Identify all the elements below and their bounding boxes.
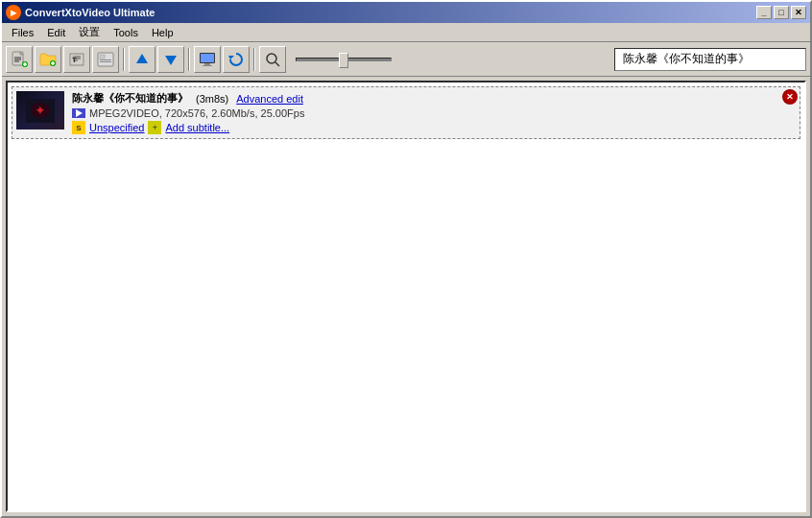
file-duration: (3m8s): [196, 93, 228, 105]
volume-slider[interactable]: [296, 58, 392, 61]
svg-marker-28: [228, 56, 234, 59]
main-area: ✦ 陈永馨《你不知道的事》 (3m8s) Advanced edit: [2, 77, 810, 516]
file-name: 陈永馨《你不知道的事》: [72, 91, 188, 106]
dvd-icon: [97, 51, 114, 68]
file-video-info: MPEG2VIDEO, 720x576, 2.60Mb/s, 25.00Fps: [72, 107, 796, 119]
menu-bar: Files Edit 设置 Tools Help: [2, 23, 810, 42]
toolbar-sep-1: [123, 48, 125, 71]
menu-help[interactable]: Help: [146, 25, 179, 40]
svg-rect-26: [204, 63, 210, 65]
file-list-panel[interactable]: ✦ 陈永馨《你不知道的事》 (3m8s) Advanced edit: [6, 81, 806, 512]
file-item: ✦ 陈永馨《你不知道的事》 (3m8s) Advanced edit: [12, 86, 800, 139]
refresh-icon: [227, 51, 245, 68]
close-button[interactable]: ✕: [791, 6, 806, 19]
slider-thumb: [339, 53, 348, 68]
toolbar-sep-3: [253, 48, 255, 71]
svg-point-29: [267, 54, 276, 63]
minimize-button[interactable]: _: [756, 6, 772, 19]
toolbar-sep-2: [188, 48, 190, 71]
file-title-row: 陈永馨《你不知道的事》 (3m8s) Advanced edit: [72, 91, 796, 106]
svg-marker-23: [165, 56, 177, 65]
add-file-icon: [11, 51, 28, 68]
video-codec-icon: [72, 108, 85, 118]
toolbar: T: [2, 42, 810, 77]
subtitle-status-icon: S: [72, 121, 85, 134]
main-window: ▶ ConvertXtoVideo Ultimate _ □ ✕ Files E…: [0, 0, 812, 518]
add-subtitle-icon: +: [148, 121, 161, 134]
menu-files[interactable]: Files: [6, 25, 39, 40]
text-icon: T: [68, 51, 85, 68]
title-bar-buttons: _ □ ✕: [756, 6, 806, 19]
close-x-icon: ✕: [786, 92, 794, 102]
play-triangle-icon: [76, 109, 83, 117]
svg-marker-22: [136, 54, 148, 63]
menu-edit[interactable]: Edit: [41, 25, 71, 40]
menu-tools[interactable]: Tools: [107, 25, 144, 40]
add-file-button[interactable]: [6, 46, 33, 73]
svg-line-30: [275, 62, 279, 66]
refresh-button[interactable]: [223, 46, 250, 73]
down-arrow-icon: [162, 51, 179, 68]
svg-rect-19: [100, 55, 105, 59]
title-display-text: 陈永馨《你不知道的事》: [623, 51, 750, 67]
add-folder-button[interactable]: [35, 46, 61, 73]
title-display: 陈永馨《你不知道的事》: [614, 48, 806, 71]
svg-rect-27: [203, 65, 212, 66]
app-icon: ▶: [6, 5, 21, 20]
toolbar-slider-area: [288, 58, 612, 61]
svg-rect-20: [100, 59, 111, 60]
restore-button[interactable]: □: [774, 6, 789, 19]
file-info: 陈永馨《你不知道的事》 (3m8s) Advanced edit MPEG2VI…: [72, 91, 796, 134]
file-subtitle-row: S Unspecified + Add subtitle...: [72, 121, 796, 134]
move-down-button[interactable]: [157, 46, 184, 73]
zoom-icon: [264, 51, 281, 68]
screen-edit-button[interactable]: [194, 46, 221, 73]
svg-rect-21: [100, 61, 111, 62]
add-subtitle-link[interactable]: Add subtitle...: [165, 122, 229, 133]
add-text-button[interactable]: T: [63, 46, 90, 73]
title-bar-left: ▶ ConvertXtoVideo Ultimate: [6, 5, 155, 20]
thumbnail-art: ✦: [26, 99, 55, 123]
zoom-button[interactable]: [259, 46, 286, 73]
svg-rect-25: [201, 54, 214, 62]
dvd-button[interactable]: [92, 46, 119, 73]
move-up-button[interactable]: [129, 46, 155, 73]
remove-file-button[interactable]: ✕: [782, 89, 798, 105]
title-bar: ▶ ConvertXtoVideo Ultimate _ □ ✕: [2, 2, 810, 23]
svg-text:✦: ✦: [35, 103, 46, 118]
add-folder-icon: [39, 51, 57, 68]
window-title: ConvertXtoVideo Ultimate: [25, 7, 155, 18]
advanced-edit-link[interactable]: Advanced edit: [236, 93, 303, 105]
thumbnail-preview: ✦: [16, 91, 64, 130]
menu-settings[interactable]: 设置: [73, 23, 106, 41]
file-thumbnail: ✦: [16, 91, 64, 130]
screen-edit-icon: [199, 51, 216, 68]
subtitle-status-link[interactable]: Unspecified: [89, 122, 144, 133]
video-codec-info: MPEG2VIDEO, 720x576, 2.60Mb/s, 25.00Fps: [89, 107, 304, 119]
up-arrow-icon: [133, 51, 151, 68]
